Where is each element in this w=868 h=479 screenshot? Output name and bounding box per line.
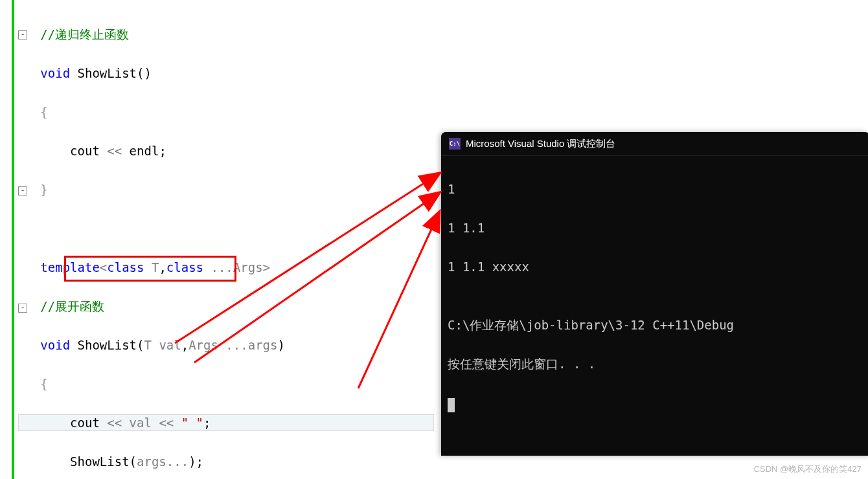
- code-editor[interactable]: - - - //递归终止函数 void ShowList() { cout <<…: [0, 0, 440, 479]
- console-title: Microsoft Visual Studio 调试控制台: [466, 138, 615, 150]
- code-content: //递归终止函数 void ShowList() { cout << endl;…: [18, 5, 315, 479]
- watermark: CSDN @晚风不及你的笑427: [754, 463, 862, 475]
- console-window: C:\ Microsoft Visual Studio 调试控制台 1 1 1.…: [441, 132, 868, 456]
- output-line: 1 1.1 xxxxx: [448, 257, 863, 276]
- output-line: 1: [448, 179, 863, 199]
- output-line: C:\作业存储\job-library\3-12 C++11\Debug: [448, 315, 863, 335]
- console-titlebar[interactable]: C:\ Microsoft Visual Studio 调试控制台: [441, 132, 868, 156]
- gutter-bar: [12, 0, 14, 479]
- console-output: 1 1 1.1 1 1.1 xxxxx C:\作业存储\job-library\…: [441, 156, 868, 436]
- console-app-icon: C:\: [449, 138, 461, 150]
- console-cursor: [448, 398, 455, 412]
- comment: //展开函数: [40, 299, 104, 313]
- output-line: 按任意键关闭此窗口. . .: [448, 354, 863, 373]
- output-line: 1 1.1: [448, 218, 863, 238]
- highlight-box: [64, 256, 236, 282]
- comment: //递归终止函数: [40, 27, 129, 41]
